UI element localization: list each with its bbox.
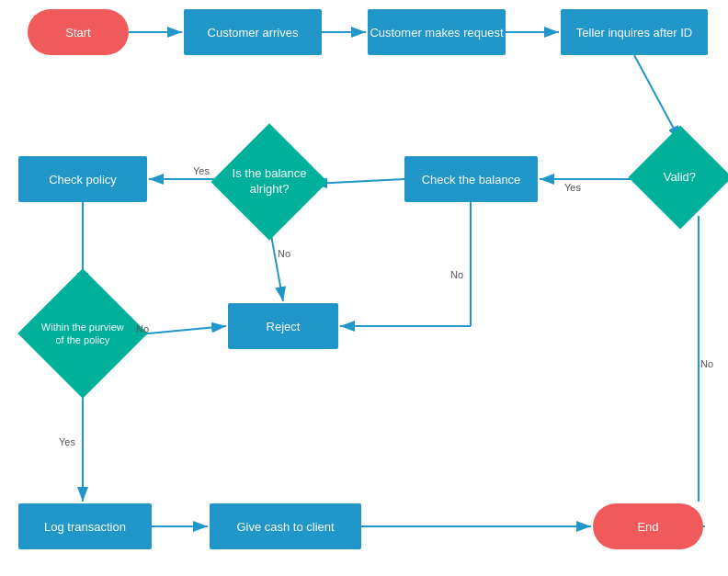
yes-balance-label: Yes <box>193 165 210 176</box>
yes-valid-label: Yes <box>564 182 581 193</box>
start-node: Start <box>28 9 129 55</box>
check-balance-node: Check the balance <box>404 156 538 202</box>
customer-arrives-label: Customer arrives <box>208 26 299 40</box>
valid-label: Valid? <box>664 170 696 186</box>
teller-id-label: Teller inquires after ID <box>576 26 692 40</box>
valid-node: Valid? <box>628 125 728 229</box>
customer-request-label: Customer makes request <box>370 26 503 40</box>
flowchart-canvas: Start Customer arrives Customer makes re… <box>0 0 728 576</box>
no-balance-label: No <box>278 248 290 259</box>
log-transaction-label: Log transaction <box>44 520 126 534</box>
check-policy-label: Check policy <box>49 173 117 186</box>
svg-line-4 <box>634 55 680 141</box>
within-policy-label: Within the purview of the policy <box>37 321 129 347</box>
teller-id-node: Teller inquires after ID <box>561 9 708 55</box>
end-label: End <box>637 520 658 534</box>
no-valid-label: No <box>700 358 713 369</box>
no-balance2-label: No <box>450 269 463 280</box>
give-cash-label: Give cash to client <box>236 520 334 534</box>
check-balance-label: Check the balance <box>422 173 521 186</box>
give-cash-node: Give cash to client <box>210 503 361 549</box>
no-policy-label: No <box>136 323 149 334</box>
within-policy-node: Within the purview of the policy <box>17 268 147 398</box>
customer-arrives-node: Customer arrives <box>184 9 322 55</box>
end-node: End <box>593 503 703 549</box>
log-transaction-node: Log transaction <box>18 503 152 549</box>
customer-request-node: Customer makes request <box>368 9 506 55</box>
start-label: Start <box>65 26 90 40</box>
balance-alright-label: Is the balance alright? <box>228 166 311 198</box>
arrows-svg <box>0 0 728 576</box>
yes-policy-label: Yes <box>59 436 75 447</box>
reject-label: Reject <box>267 320 301 333</box>
balance-alright-node: Is the balance alright? <box>210 123 327 240</box>
check-policy-node: Check policy <box>18 156 147 202</box>
reject-node: Reject <box>228 303 338 349</box>
